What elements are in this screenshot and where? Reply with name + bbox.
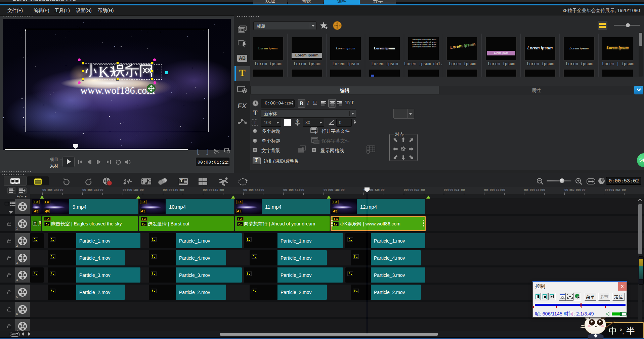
svg-text:T: T [254, 120, 256, 125]
svg-text:T: T [302, 146, 304, 150]
svg-text:T: T [296, 121, 298, 124]
svg-text:T: T [314, 130, 317, 135]
svg-text:T: T [180, 179, 183, 183]
